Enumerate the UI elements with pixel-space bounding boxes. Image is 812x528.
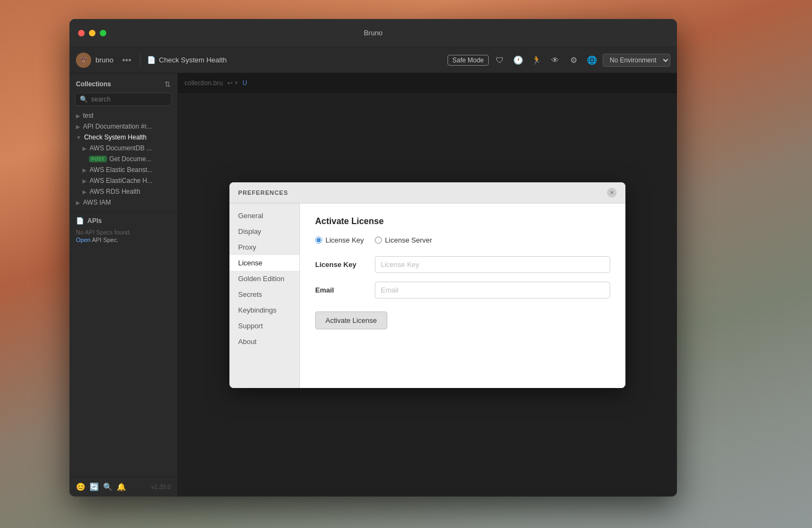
license-key-input[interactable] [375, 256, 610, 273]
item-label: test [83, 112, 171, 119]
titlebar: Bruno [69, 19, 677, 47]
sidebar-item-check-system[interactable]: ▼ Check System Health [69, 132, 177, 143]
sort-icon[interactable]: ⇅ [164, 80, 171, 88]
footer-icons: 😊 🔄 🔍 🔔 [76, 482, 126, 491]
sidebar-item-aws-iam[interactable]: ▶ AWS IAM [69, 197, 177, 208]
avatar[interactable]: 🐻 [76, 53, 91, 68]
topbar-right: Safe Mode 🛡 🕐 🏃 👁 ⚙ 🌐 No Environment [447, 53, 670, 68]
no-api-text: No API Specs found. [76, 228, 171, 237]
radio-license-key-label[interactable]: License Key [315, 236, 364, 244]
modal-overlay: PREFERENCES × General Display Proxy Lice… [178, 73, 677, 497]
nav-item-general[interactable]: General [229, 208, 299, 224]
preferences-dialog: PREFERENCES × General Display Proxy Lice… [229, 182, 625, 388]
topbar-divider [140, 54, 140, 67]
search-icon: 🔍 [80, 96, 88, 103]
check-system-label: Check System Health [159, 56, 227, 64]
radio-license-key[interactable] [315, 237, 322, 244]
api-spec-line: Open API Spec. [76, 237, 171, 243]
file-icon: 📄 [76, 217, 84, 225]
emoji-icon[interactable]: 😊 [76, 482, 85, 491]
main-layout: Collections ⇅ 🔍 ▶ test ▶ API Documentati… [69, 73, 677, 497]
chevron-right-icon: ▶ [82, 145, 87, 151]
dialog-title: PREFERENCES [238, 189, 288, 196]
maximize-traffic-light[interactable] [100, 30, 106, 36]
nav-item-support[interactable]: Support [229, 318, 299, 334]
dialog-close-button[interactable]: × [607, 188, 617, 198]
chevron-right-icon: ▶ [82, 189, 87, 195]
file-icon: 📄 [147, 56, 156, 64]
radio-license-server[interactable] [375, 237, 382, 244]
open-link[interactable]: Open [76, 237, 91, 243]
topbar: 🐻 bruno ••• 📄 Check System Health Safe M… [69, 47, 677, 73]
environment-selector[interactable]: No Environment [603, 54, 670, 67]
sidebar-header: Collections ⇅ [69, 78, 177, 93]
sidebar-item-aws-elasticache[interactable]: ▶ AWS ElastiCache H... [69, 175, 177, 186]
activate-license-heading: Activate License [315, 217, 610, 226]
version-label: v1.35.0 [151, 484, 171, 490]
close-traffic-light[interactable] [78, 30, 85, 36]
radio-license-key-text: License Key [325, 236, 364, 244]
item-label: AWS Elastic Beanst... [89, 166, 171, 174]
user-name: bruno [95, 56, 113, 64]
bell-icon[interactable]: 🔔 [117, 482, 126, 491]
dialog-license-content: Activate License License Key License Ser… [300, 203, 625, 388]
license-key-row: License Key [315, 256, 610, 273]
dots-menu-button[interactable]: ••• [120, 54, 133, 66]
safe-mode-button[interactable]: Safe Mode [447, 55, 489, 66]
globe-icon-btn[interactable]: 🌐 [584, 53, 599, 68]
sidebar-item-aws-elastic[interactable]: ▶ AWS Elastic Beanst... [69, 164, 177, 175]
item-label: AWS RDS Health [89, 188, 171, 195]
search-box: 🔍 [75, 93, 172, 106]
email-input[interactable] [375, 282, 610, 298]
nav-item-keybindings[interactable]: Keybindings [229, 302, 299, 318]
method-badge: POST [89, 156, 107, 162]
chevron-right-icon: ▶ [76, 124, 80, 130]
chevron-right-icon: ▶ [76, 200, 80, 206]
item-label: API Documentation #r... [83, 123, 171, 130]
sidebar-item-aws-rds[interactable]: ▶ AWS RDS Health [69, 186, 177, 197]
nav-item-about[interactable]: About [229, 334, 299, 349]
chevron-down-icon: ▼ [76, 135, 81, 141]
minimize-traffic-light[interactable] [89, 30, 95, 36]
activate-license-button[interactable]: Activate License [315, 311, 387, 329]
sidebar-item-get-docume[interactable]: POST Get Docume... [69, 154, 177, 164]
collections-title: Collections [76, 80, 111, 88]
email-row: Email [315, 282, 610, 298]
sidebar-item-aws-docdb[interactable]: ▶ AWS DocumentDB ... [69, 143, 177, 154]
runner-icon-btn[interactable]: 🏃 [529, 53, 544, 68]
sidebar-item-test[interactable]: ▶ test [69, 110, 177, 121]
radio-group: License Key License Server [315, 236, 610, 244]
apis-header: 📄 APIs [76, 217, 171, 225]
api-spec-label: API Spec. [92, 237, 118, 243]
license-key-label: License Key [315, 260, 375, 269]
item-label: Check System Health [84, 133, 171, 141]
radio-license-server-label[interactable]: License Server [375, 236, 432, 244]
email-label: Email [315, 286, 375, 294]
settings-footer-icon[interactable]: 🔄 [89, 482, 99, 491]
eye-icon-btn[interactable]: 👁 [547, 53, 562, 68]
window-title: Bruno [364, 29, 383, 37]
settings-icon-btn[interactable]: ⚙ [566, 53, 581, 68]
sidebar-item-api-docs[interactable]: ▶ API Documentation #r... [69, 121, 177, 132]
item-label: Get Docume... [110, 155, 171, 163]
history-icon-btn[interactable]: 🕐 [510, 53, 526, 68]
shield-icon-btn[interactable]: 🛡 [492, 53, 507, 68]
dialog-body: General Display Proxy License Golden Edi… [229, 203, 625, 388]
nav-item-license[interactable]: License [229, 255, 299, 271]
nav-item-golden-edition[interactable]: Golden Edition [229, 271, 299, 287]
nav-item-proxy[interactable]: Proxy [229, 239, 299, 255]
item-label: AWS DocumentDB ... [89, 144, 171, 152]
main-window: Bruno 🐻 bruno ••• 📄 Check System Health … [69, 19, 677, 497]
dialog-nav: General Display Proxy License Golden Edi… [229, 203, 300, 388]
apis-section: 📄 APIs No API Specs found. Open API Spec… [69, 212, 177, 247]
apis-title: APIs [87, 217, 102, 225]
sidebar: Collections ⇅ 🔍 ▶ test ▶ API Documentati… [69, 73, 178, 497]
sidebar-footer: 😊 🔄 🔍 🔔 v1.35.0 [69, 476, 177, 497]
search-footer-icon[interactable]: 🔍 [103, 482, 112, 491]
nav-item-display[interactable]: Display [229, 224, 299, 239]
search-input[interactable] [91, 96, 167, 103]
chevron-right-icon: ▶ [76, 113, 80, 119]
nav-item-secrets[interactable]: Secrets [229, 287, 299, 302]
chevron-right-icon: ▶ [82, 167, 87, 173]
content-area: collection.bru ↩ + U PREFERENCES × [178, 73, 677, 497]
